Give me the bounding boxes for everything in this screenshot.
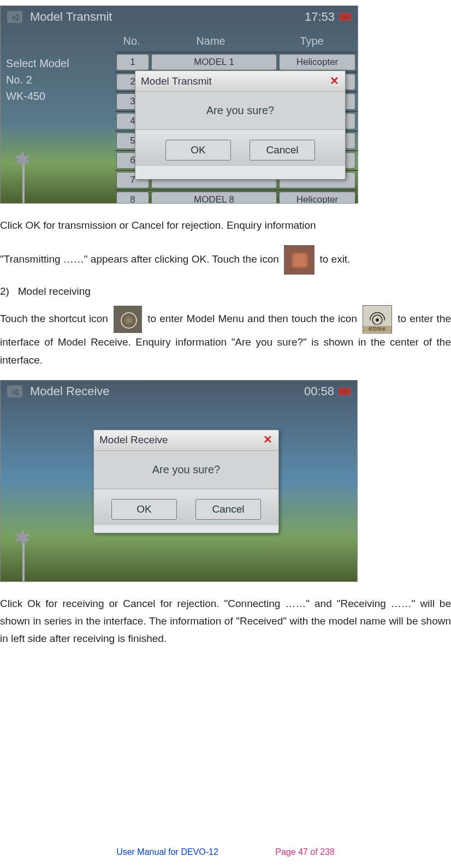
sidebar-model-no: No. 2 (6, 72, 69, 88)
dialog-title: Model Receive (99, 434, 168, 446)
back-icon[interactable]: ◁ (7, 385, 22, 397)
sidebar-model-name: WK-450 (6, 88, 69, 104)
col-header-name: Name (148, 33, 274, 50)
col-header-no: No. (115, 33, 148, 50)
table-row[interactable]: 1 MODEL 1 Helicopter (115, 52, 358, 72)
cancel-button[interactable]: Cancel (195, 499, 261, 520)
footer-manual-title: User Manual for DEVO-12 (116, 847, 218, 857)
dialog-message: Are you sure? (135, 92, 345, 130)
back-icon[interactable]: ◁ (7, 11, 22, 23)
paragraph-transmitting: "Transmitting ……" appears after clicking… (0, 245, 451, 275)
footer-page-number: Page 47 of 238 (275, 847, 335, 857)
col-header-type: Type (274, 33, 350, 50)
page-footer: User Manual for DEVO-12 Page 47 of 238 (0, 847, 451, 857)
turbine-decoration (1, 505, 55, 581)
screen-title: Model Transmit (30, 10, 112, 24)
table-row[interactable]: 8 MODEL 8 Helicopter (115, 189, 358, 204)
dialog-message: Are you sure? (94, 451, 278, 489)
confirm-dialog: Model Transmit ✕ Are you sure? OK Cancel (135, 70, 346, 180)
screen-title: Model Receive (30, 384, 110, 399)
clock: 00:58 (304, 384, 334, 399)
model-menu-shortcut-icon (114, 306, 142, 333)
clock: 17:53 (305, 10, 335, 24)
paragraph-receive-instruction: Click Ok for receiving or Cancel for rej… (0, 595, 451, 648)
screenshot2-topbar: ◁ Model Receive 00:58 (1, 381, 357, 402)
paragraph-model-receive-intro: Touch the shortcut icon to enter Model M… (0, 305, 451, 369)
exit-icon (284, 245, 314, 275)
battery-icon (339, 388, 351, 395)
ok-button[interactable]: OK (111, 499, 177, 520)
close-icon[interactable]: ✕ (262, 435, 273, 445)
sidebar: Select Model No. 2 WK-450 (6, 55, 69, 104)
sidebar-label: Select Model (6, 55, 69, 72)
cancel-button[interactable]: Cancel (250, 140, 315, 160)
screenshot-model-transmit: ◁ Model Transmit 17:53 Select Model No. … (0, 5, 358, 204)
ok-button[interactable]: OK (165, 140, 231, 160)
screenshot1-topbar: ◁ Model Transmit 17:53 (1, 6, 358, 28)
paragraph-transmit-instruction: Click OK for transmission or Cancel for … (0, 217, 451, 234)
screenshot-model-receive: ◁ Model Receive 00:58 Model Receive ✕ Ar… (0, 380, 358, 582)
section-heading-model-receiving: 2) Model receiving (0, 286, 451, 298)
close-icon[interactable]: ✕ (329, 76, 340, 87)
confirm-dialog: Model Receive ✕ Are you sure? OK Cancel (93, 430, 279, 533)
battery-icon (339, 13, 351, 21)
turbine-decoration (1, 127, 55, 203)
dialog-title: Model Transmit (141, 75, 212, 87)
model-receive-icon: 模型接收 (363, 305, 392, 334)
